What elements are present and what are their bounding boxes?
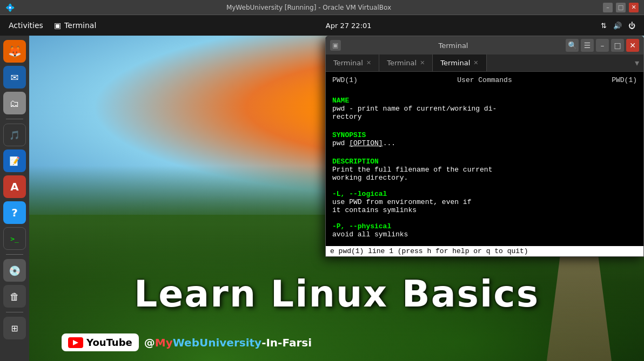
channel-separator: -In- [261, 336, 282, 349]
terminal-opt-p-desc: avoid all symlinks [332, 230, 637, 239]
sidebar-item-email[interactable]: ✉ [3, 66, 26, 88]
opt-l-label: -L, --logical [332, 190, 387, 198]
channel-farsi: Farsi [282, 336, 312, 349]
pwd-left: PWD(1) [332, 76, 358, 84]
tab-dropdown-arrow[interactable]: ▾ [630, 55, 643, 71]
topbar-datetime: Apr 27 22:01 [96, 22, 601, 30]
sidebar-item-writer[interactable]: 📝 [3, 149, 26, 172]
sidebar-item-apps[interactable]: ⊞ [3, 317, 26, 339]
terminal-line-blank2 [332, 121, 637, 129]
sidebar-item-firefox[interactable]: 🦊 [3, 40, 26, 63]
tab-1-label: Terminal [333, 59, 363, 67]
terminal-man-header: PWD(1) User Commands PWD(1) [332, 76, 637, 84]
volume-icon: 🔊 [613, 22, 622, 30]
sidebar-separator-3 [6, 312, 23, 312]
sidebar-item-trash[interactable]: 🗑 [3, 285, 26, 308]
terminal-line-blank4 [332, 182, 637, 190]
main-content: 🦊 ✉ 🗂 🎵 📝 A ? >_ 💿 🗑 ⊞ به زبان فارسی ( د… [0, 36, 644, 361]
youtube-logo[interactable]: YouTube [62, 333, 139, 351]
channel-at: @ [144, 336, 155, 349]
terminal-synopsis-text: pwd [OPTION]... [332, 139, 637, 147]
terminal-menu-btn[interactable]: ☰ [581, 39, 594, 52]
terminal-window-icon: ▣ [330, 40, 341, 51]
gnome-topbar: Activities ▣ Terminal Apr 27 22:01 ⇅ 🔊 ⏻ [0, 15, 644, 36]
terminal-status-bar: e pwd(1) line 1 (press h for help or q t… [326, 246, 643, 256]
app-indicator: ▣ Terminal [54, 21, 96, 30]
maximize-button[interactable]: □ [616, 3, 626, 12]
power-icon: ⏻ [628, 22, 635, 30]
tab-3-close[interactable]: ✕ [473, 59, 478, 66]
terminal-synopsis-section: SYNOPSIS [332, 131, 637, 139]
channel-handle: @MyWebUniversity-In-Farsi [144, 336, 312, 349]
vbox-icon: 💠 [5, 3, 15, 12]
sidebar-separator [6, 119, 23, 119]
youtube-badge: YouTube @MyWebUniversity-In-Farsi [62, 333, 312, 351]
tab-1-close[interactable]: ✕ [366, 59, 371, 66]
terminal-maximize-btn[interactable]: □ [611, 39, 624, 52]
terminal-tab-3[interactable]: Terminal ✕ [433, 55, 486, 71]
window-controls: – □ ✕ [603, 3, 639, 12]
content-area: به زبان فارسی ( دری ) Learn Linux Basics… [29, 36, 644, 361]
terminal-desc2: working directory. [332, 174, 637, 182]
terminal-close-btn[interactable]: ✕ [626, 39, 639, 52]
terminal-opt-p: -P, --physical [332, 222, 637, 230]
terminal-line-blank5 [332, 214, 637, 222]
tab-3-label: Terminal [440, 59, 470, 67]
terminal-name-section: NAME [332, 97, 637, 105]
youtube-play-icon [68, 337, 83, 348]
terminal-tabs: Terminal ✕ Terminal ✕ Terminal ✕ ▾ [326, 55, 643, 72]
opt-p-label: -P, --physical [332, 222, 391, 230]
terminal-opt-l-desc1: use PWD from environment, even if [332, 198, 637, 206]
learn-linux-overlay: Learn Linux Basics [29, 276, 644, 312]
pwd-right: PWD(1) [612, 76, 637, 84]
learn-linux-heading: Learn Linux Basics [29, 276, 644, 312]
terminal-window-title: Terminal [345, 42, 561, 50]
minimize-button[interactable]: – [603, 3, 613, 12]
terminal-description-section: DESCRIPTION [332, 158, 637, 166]
datetime-text: Apr 27 22:01 [326, 22, 372, 30]
terminal-opt-l-desc2: it contains symlinks [332, 206, 637, 214]
sidebar-separator-2 [6, 254, 23, 255]
terminal-desc1: Print the full filename of the current [332, 166, 637, 174]
terminal-search-btn[interactable]: 🔍 [566, 39, 579, 52]
terminal-window-controls: 🔍 ☰ – □ ✕ [566, 39, 639, 52]
terminal-line-blank [332, 86, 637, 94]
sidebar-item-files[interactable]: 🗂 [3, 92, 26, 114]
channel-web: Web [173, 336, 199, 349]
terminal-window: ▣ Terminal 🔍 ☰ – □ ✕ Terminal ✕ Terminal [325, 36, 644, 257]
topbar-right-area: ⇅ 🔊 ⏻ [601, 22, 635, 30]
sidebar-item-help[interactable]: ? [3, 201, 26, 224]
terminal-opt-l: -L, --logical [332, 190, 637, 198]
network-icon: ⇅ [601, 22, 607, 30]
sidebar-item-software[interactable]: A [3, 175, 26, 198]
tab-2-close[interactable]: ✕ [420, 59, 425, 66]
youtube-label: YouTube [86, 337, 132, 348]
close-button[interactable]: ✕ [629, 3, 639, 12]
sidebar-item-terminal[interactable]: >_ [3, 227, 26, 250]
terminal-tab-1[interactable]: Terminal ✕ [326, 55, 379, 71]
sidebar-item-optical[interactable]: 💿 [3, 259, 26, 282]
titlebar-title: MyWebUniversity [Running] - Oracle VM Vi… [19, 4, 599, 11]
channel-university: University [199, 336, 261, 349]
user-commands: User Commands [457, 76, 512, 84]
terminal-name-text2: rectory [332, 113, 637, 121]
channel-my: My [155, 336, 173, 349]
app-name: Terminal [64, 21, 96, 30]
sidebar-item-music[interactable]: 🎵 [3, 124, 26, 146]
virtualbox-titlebar: 💠 MyWebUniversity [Running] - Oracle VM … [0, 0, 644, 15]
tab-2-label: Terminal [387, 59, 417, 67]
terminal-name-text1: pwd - print name of current/working di- [332, 105, 637, 113]
app-icon: ▣ [54, 21, 61, 30]
terminal-minimize-btn[interactable]: – [596, 39, 609, 52]
terminal-line-blank3 [332, 147, 637, 155]
terminal-tab-2[interactable]: Terminal ✕ [379, 55, 433, 71]
sidebar: 🦊 ✉ 🗂 🎵 📝 A ? >_ 💿 🗑 ⊞ [0, 36, 29, 361]
option-underline: [OPTION] [349, 139, 383, 147]
terminal-content: PWD(1) User Commands PWD(1) NAME pwd - p… [326, 72, 643, 246]
activities-button[interactable]: Activities [9, 21, 43, 30]
terminal-titlebar: ▣ Terminal 🔍 ☰ – □ ✕ [326, 36, 643, 55]
